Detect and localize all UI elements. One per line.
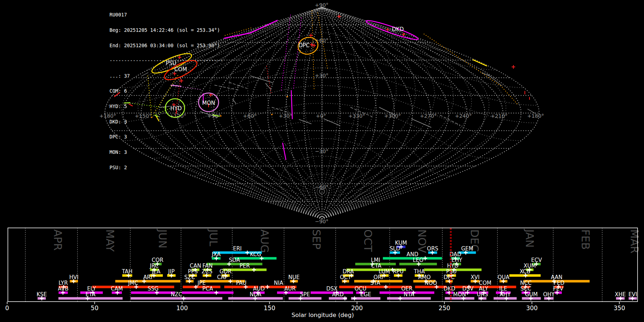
shower-label: ARD xyxy=(332,291,343,298)
x-tick-label: 350 xyxy=(614,304,625,312)
shower-activity-bar xyxy=(182,292,233,294)
month-label: MAY xyxy=(104,229,116,252)
shower-activity-bar xyxy=(339,286,411,288)
shower-label: NZC xyxy=(171,291,182,298)
equator-longitude-label: +270° xyxy=(420,113,436,119)
x-tick-label: 50 xyxy=(91,304,99,312)
graticule2-meridian xyxy=(323,39,506,206)
shower-sld: SLD xyxy=(390,245,400,255)
shower-dpc: DPC xyxy=(444,274,455,283)
shower-xhe: XHE xyxy=(615,291,626,301)
radiant-label: PSU xyxy=(166,60,176,67)
shower-szc: SZC xyxy=(184,274,195,283)
shower-label: EGE xyxy=(360,291,371,298)
shower-label: SLD xyxy=(390,245,400,252)
shower-label: OHY xyxy=(543,291,555,298)
shower-activity-bar xyxy=(387,297,431,300)
month-label: APR xyxy=(52,229,64,250)
shower-ege: EGE xyxy=(351,291,380,301)
shower-label: XVI xyxy=(471,274,480,280)
month-label: FEB xyxy=(579,229,592,250)
meteor-trail xyxy=(293,18,301,89)
shower-label: HVI xyxy=(69,274,79,280)
shower-ohy: OHY xyxy=(543,291,555,301)
x-tick-label: 150 xyxy=(264,304,275,312)
trail-end-dot xyxy=(220,115,221,117)
shower-activity-bar xyxy=(445,297,474,300)
shower-label: ERI xyxy=(233,245,241,252)
latitude-label: −30° xyxy=(315,148,328,154)
meteor-trail xyxy=(299,119,311,124)
shower-nue: NUE xyxy=(288,274,300,283)
shower-jxa: JXA xyxy=(211,251,221,260)
meteor-trail xyxy=(272,107,288,112)
shower-label: NOO xyxy=(425,280,437,286)
shower-qua: QUA xyxy=(498,274,510,283)
equator-longitude-label: +180° xyxy=(99,113,116,119)
meteor-trail xyxy=(148,76,152,117)
shower-rpu: RPU xyxy=(393,268,404,278)
shower-tah: TAH xyxy=(122,268,133,278)
shower-label: XCB xyxy=(519,268,530,275)
latitude-label: +60° xyxy=(315,38,328,43)
radiant-plus-marker xyxy=(309,34,313,37)
shower-label: URS xyxy=(477,291,488,298)
graticule2-meridian xyxy=(325,34,416,191)
meteor-trail xyxy=(225,28,251,35)
shower-peak-marker xyxy=(398,297,402,301)
meteor-trail xyxy=(473,60,487,66)
shower-evi: EVI xyxy=(628,291,637,301)
shower-label: NDA xyxy=(250,291,262,298)
shower-label: PCA xyxy=(203,286,214,292)
equator-longitude-label: +0° xyxy=(316,113,326,119)
shower-label: NIA xyxy=(274,280,284,286)
equator-longitude-label: +210° xyxy=(491,113,507,119)
meteor-trail xyxy=(281,15,291,90)
shower-label: OCT xyxy=(340,274,351,280)
shower-label: DPC xyxy=(444,274,455,280)
equator-longitude-label: +330° xyxy=(348,113,365,119)
shower-peak-marker xyxy=(265,285,269,289)
equator-longitude-label: +180° xyxy=(527,113,544,119)
graticule2-meridian xyxy=(105,39,322,219)
shower-label: JIP xyxy=(168,268,175,275)
radiant-label: MON xyxy=(202,100,215,106)
shower-label: RPU xyxy=(393,268,404,275)
radiant-label: DKD xyxy=(392,26,404,33)
month-label: AUG xyxy=(258,229,271,253)
shower-label: CAP xyxy=(217,274,228,280)
radiant-psu: PSU xyxy=(150,50,194,77)
month-label: JAN xyxy=(523,229,536,248)
graticule2-meridian xyxy=(323,21,394,189)
shower-oct: OCT xyxy=(340,274,351,283)
meteor-trail xyxy=(171,86,200,89)
meteor-trail xyxy=(265,83,271,89)
shower-xcb: XCB xyxy=(509,268,541,278)
radiant-plus-marker xyxy=(512,65,515,69)
latitude-label: +30° xyxy=(315,73,328,78)
equator-longitude-label: +60° xyxy=(243,113,257,119)
shower-label: STA xyxy=(370,280,381,286)
sky-map: +180°+150°+120°+90°+60°+30°+0°+330°+300°… xyxy=(99,2,544,224)
trail-end-dot xyxy=(151,117,152,118)
shower-label: NTA xyxy=(404,291,414,298)
shower-peak-marker xyxy=(228,279,232,283)
shower-gum: GUM xyxy=(522,291,541,301)
radiant-plus-marker xyxy=(402,33,405,36)
radiant-label: HYD xyxy=(170,105,182,112)
activity-timeline: APRMAYJUNJULAUGSEPOCTNOVDECJANFEBMARKUME… xyxy=(5,228,641,318)
graticule2-meridian xyxy=(249,26,321,190)
shower-zcs: ZCS xyxy=(201,268,212,278)
x-tick-label: 0 xyxy=(5,304,9,312)
shower-avb: AVB xyxy=(58,286,69,295)
radiant-label: COM xyxy=(174,66,187,73)
trail-end-dot xyxy=(271,114,273,115)
shower-label: GEM xyxy=(461,245,473,252)
x-tick-label: 250 xyxy=(439,304,450,312)
shower-label: AVB xyxy=(58,286,69,292)
shower-peak-marker xyxy=(423,257,427,260)
radiant-label: DPC xyxy=(298,42,309,49)
shower-kse: KSE xyxy=(36,291,47,301)
shower-label: CAM xyxy=(111,286,123,292)
shower-peak-marker xyxy=(182,297,186,301)
